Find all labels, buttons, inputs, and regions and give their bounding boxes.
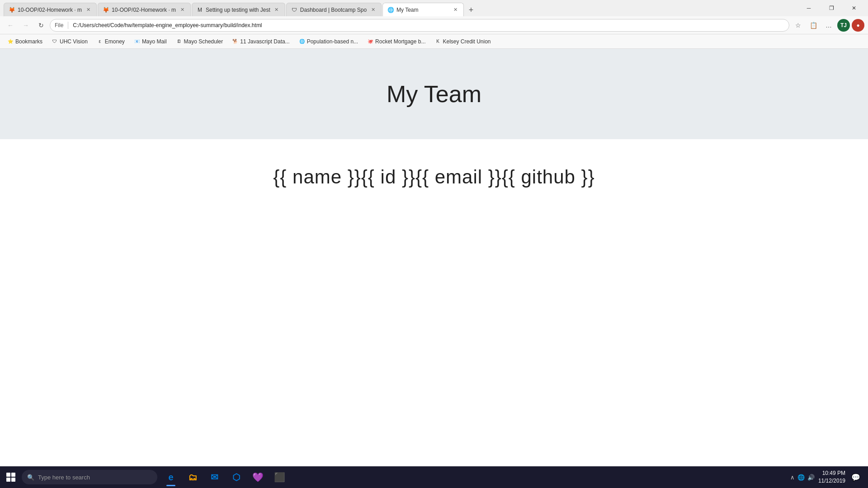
bookmark-bm5[interactable]: 🗓Mayo Scheduler [172,38,227,46]
edge-browser[interactable]: e [161,467,181,487]
address-separator [68,22,68,29]
bookmark-bm3[interactable]: εEmoney [93,38,128,46]
bookmark-bm4[interactable]: 📧Mayo Mail [130,38,170,46]
bookmark-label: Rocket Mortgage b... [375,38,425,45]
tab-title: Dashboard | Bootcamp Spo [300,7,367,13]
refresh-button[interactable]: ↻ [34,19,48,32]
bookmark-bm9[interactable]: KKelsey Credit Union [431,38,494,46]
terminal-app[interactable]: ⬛ [269,467,289,487]
start-button[interactable] [0,466,22,488]
bookmark-favicon: 🐙 [367,38,373,45]
bookmark-label: Population-based n... [307,38,358,45]
bookmark-label: Emoney [105,38,125,45]
bookmark-favicon: 📧 [134,38,140,45]
tab-title: 10-OOP/02-Homework · m [18,7,82,13]
nav-right: ☆ 📋 … TJ ● [791,19,864,32]
bookmark-bm8[interactable]: 🐙Rocket Mortgage b... [363,38,429,46]
page-body: {{ name }}{{ id }}{{ email }}{{ github }… [0,139,868,188]
tab-favicon: 🦊 [9,7,15,13]
bookmark-bm7[interactable]: 🌐Population-based n... [295,38,362,46]
page-wrapper: My Team {{ name }}{{ id }}{{ email }}{{ … [0,49,868,466]
tab-title: 10-OOP/02-Homework · m [112,7,176,13]
bookmark-label: Mayo Scheduler [184,38,223,45]
tab-close[interactable]: ✕ [85,6,92,14]
page-header: My Team [0,49,868,139]
mail-app[interactable]: ✉ [204,467,224,487]
tray-time: 10:49 PM [818,469,845,477]
tab-favicon: 🛡 [291,7,297,13]
bookmark-label: UHC Vision [60,38,88,45]
nav-bar: ← → ↻ File C:/Users/cheet/Code/hw/templa… [0,16,868,34]
bookmark-favicon: 🌐 [299,38,305,45]
taskbar-tray: ∧ 🌐 🔊 10:49 PM 11/12/2019 💬 [785,469,868,485]
tab-favicon: 🦊 [103,7,109,13]
tray-volume[interactable]: 🔊 [807,474,815,481]
title-bar: 🦊 10-OOP/02-Homework · m ✕ 🦊 10-OOP/02-H… [0,0,868,16]
start-icon [6,473,15,482]
file-explorer[interactable]: 🗂 [183,467,203,487]
tab-favicon: 🌐 [387,7,394,13]
tab-tab2[interactable]: 🦊 10-OOP/02-Homework · m ✕ [98,3,191,16]
vscode-app[interactable]: ⬡ [226,467,246,487]
favorites-button[interactable]: ☆ [791,19,805,32]
page-title: My Team [387,80,481,108]
tab-favicon: M [197,7,203,13]
tab-tab5[interactable]: 🌐 My Team ✕ [382,3,464,16]
window-controls: ─ ❐ ✕ [798,1,864,15]
back-button[interactable]: ← [4,19,17,32]
collections-button[interactable]: 📋 [807,19,820,32]
new-tab-button[interactable]: + [465,4,477,16]
search-icon: 🔍 [27,474,34,481]
restore-button[interactable]: ❐ [821,1,842,15]
tab-close[interactable]: ✕ [179,6,186,14]
address-bar[interactable]: File C:/Users/cheet/Code/hw/template-eng… [50,19,789,32]
bookmark-favicon: ε [97,38,103,45]
bookmark-label: Mayo Mail [142,38,167,45]
tray-clock[interactable]: 10:49 PM 11/12/2019 [818,469,845,485]
minimize-button[interactable]: ─ [798,1,819,15]
template-text: {{ name }}{{ id }}{{ email }}{{ github }… [273,166,594,188]
tray-date: 11/12/2019 [818,477,845,485]
tab-title: My Team [396,7,449,13]
taskbar-apps: e🗂✉⬡💜⬛ [161,467,785,487]
address-path: C:/Users/cheet/Code/hw/template-engine_e… [73,22,262,28]
tab-tab3[interactable]: M Setting up testing with Jest ✕ [192,3,285,16]
bookmark-label: Kelsey Credit Union [443,38,491,45]
bookmark-bm1[interactable]: ⭐Bookmarks [4,38,46,46]
address-scheme: File [55,22,63,28]
profile-avatar[interactable]: TJ [837,19,850,32]
tab-close[interactable]: ✕ [452,6,459,14]
tab-close[interactable]: ✕ [273,6,280,14]
bookmark-favicon: ⭐ [7,38,14,45]
bookmark-label: Bookmarks [15,38,42,45]
edge-icon: ● [852,19,864,32]
taskbar: 🔍 Type here to search e🗂✉⬡💜⬛ ∧ 🌐 🔊 10:49… [0,466,868,488]
tab-title: Setting up testing with Jest [206,7,270,13]
slack-app[interactable]: 💜 [248,467,268,487]
tab-tab1[interactable]: 🦊 10-OOP/02-Homework · m ✕ [4,3,97,16]
bookmark-label: 11 Javascript Data... [240,38,289,45]
tray-chevron[interactable]: ∧ [790,474,795,481]
taskbar-search[interactable]: 🔍 Type here to search [22,470,157,484]
bookmarks-bar: ⭐Bookmarks🛡UHC VisionεEmoney📧Mayo Mail🗓M… [0,34,868,49]
tray-icons: ∧ 🌐 🔊 [790,474,815,481]
tabs-area: 🦊 10-OOP/02-Homework · m ✕ 🦊 10-OOP/02-H… [4,0,795,16]
bookmark-bm2[interactable]: 🛡UHC Vision [48,38,91,46]
tab-tab4[interactable]: 🛡 Dashboard | Bootcamp Spo ✕ [286,3,382,16]
tab-close[interactable]: ✕ [369,6,377,14]
forward-button[interactable]: → [19,19,33,32]
bookmark-favicon: K [434,38,441,45]
bookmark-favicon: 🗓 [176,38,182,45]
bookmark-favicon: 🛡 [52,38,58,45]
settings-button[interactable]: … [822,19,835,32]
bookmark-bm6[interactable]: 🐕11 Javascript Data... [228,38,293,46]
search-placeholder: Type here to search [38,474,90,481]
tray-notification[interactable]: 💬 [849,470,863,484]
close-button[interactable]: ✕ [844,1,864,15]
tray-network[interactable]: 🌐 [797,474,805,481]
bookmark-favicon: 🐕 [232,38,238,45]
